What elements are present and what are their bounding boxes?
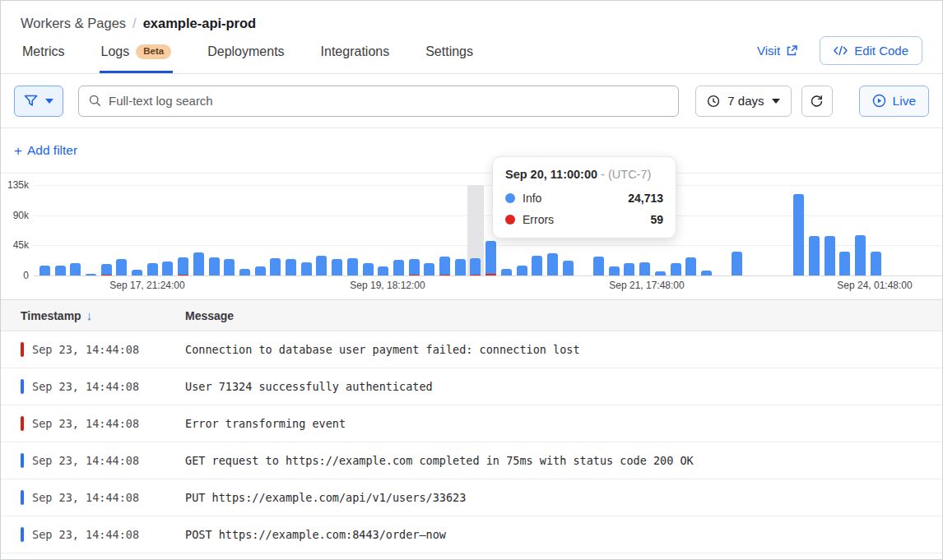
log-volume-bar[interactable]	[178, 257, 188, 275]
info-bar-segment	[655, 271, 666, 275]
log-volume-bar[interactable]	[809, 236, 820, 275]
log-volume-bar[interactable]	[685, 257, 696, 275]
filter-menu-button[interactable]	[14, 86, 63, 117]
sort-descending-icon: ↓	[86, 308, 93, 322]
log-volume-bar[interactable]	[193, 252, 204, 275]
log-volume-bar[interactable]	[301, 262, 312, 275]
log-volume-bar[interactable]	[55, 266, 66, 275]
info-bar-segment	[116, 259, 127, 275]
log-volume-bar[interactable]	[501, 269, 512, 275]
log-table-row[interactable]: Sep 23, 14:44:08GET request to https://e…	[1, 442, 942, 479]
info-bar-segment	[532, 256, 542, 275]
info-bar-segment	[347, 258, 358, 275]
log-volume-bar[interactable]	[70, 263, 81, 275]
log-table-row[interactable]: Sep 23, 14:44:08User 71324 successfully …	[1, 368, 942, 405]
log-volume-bar[interactable]	[224, 259, 235, 275]
breadcrumb-current-project: example-api-prod	[143, 16, 257, 31]
log-volume-bar[interactable]	[209, 257, 220, 275]
info-bar-segment	[825, 236, 835, 275]
log-timestamp-cell: Sep 23, 14:44:08	[1, 379, 185, 394]
log-volume-bar[interactable]	[101, 264, 112, 275]
log-volume-bar[interactable]	[116, 259, 127, 275]
tab-integrations[interactable]: Integrations	[319, 44, 392, 73]
log-volume-bar[interactable]	[332, 259, 342, 275]
log-table-row[interactable]: Sep 23, 14:44:08POST https://example.com…	[1, 516, 942, 553]
error-bar-segment	[439, 275, 450, 275]
log-table-row[interactable]: Sep 23, 14:44:08Connection to database u…	[1, 331, 942, 368]
log-volume-bar[interactable]	[39, 266, 50, 275]
tab-metrics[interactable]: Metrics	[21, 44, 67, 73]
log-volume-bar[interactable]	[363, 263, 374, 275]
log-volume-bar[interactable]	[563, 261, 574, 275]
log-volume-bar[interactable]	[825, 236, 835, 275]
log-table-row[interactable]: Sep 23, 14:44:08PUT https://example.com/…	[1, 479, 942, 516]
info-bar-segment	[193, 252, 204, 275]
log-volume-bar[interactable]	[732, 252, 742, 275]
tab-deployments[interactable]: Deployments	[206, 44, 286, 73]
log-volume-bar[interactable]	[255, 266, 266, 275]
log-volume-bar[interactable]	[455, 259, 466, 275]
log-volume-bar[interactable]	[547, 253, 558, 275]
info-bar-segment	[363, 263, 374, 275]
info-bar-segment	[316, 256, 327, 275]
info-bar-segment	[455, 259, 466, 275]
log-volume-bar[interactable]	[671, 263, 681, 275]
log-message: GET request to https://example.com compl…	[185, 454, 942, 467]
log-volume-bar[interactable]	[439, 257, 450, 275]
log-volume-bar[interactable]	[485, 241, 496, 275]
info-bar-segment	[547, 253, 558, 275]
live-label: Live	[893, 94, 916, 109]
time-range-button[interactable]: 7 days	[695, 86, 791, 117]
log-volume-bar[interactable]	[839, 252, 850, 275]
log-search[interactable]	[78, 86, 679, 117]
tab-actions: Visit Edit Code	[757, 36, 922, 73]
log-table-row[interactable]: Sep 23, 14:44:08Error transforming event	[1, 405, 942, 442]
search-input[interactable]	[109, 94, 668, 108]
log-volume-bar[interactable]	[162, 261, 173, 275]
log-volume-bar[interactable]	[147, 263, 158, 275]
log-volume-bar[interactable]	[639, 262, 650, 275]
message-header-label: Message	[185, 309, 234, 322]
edit-code-button[interactable]: Edit Code	[820, 36, 922, 65]
info-bar-segment	[70, 263, 81, 275]
info-bar-segment	[147, 263, 158, 275]
log-volume-bar[interactable]	[316, 256, 327, 275]
log-volume-bar[interactable]	[409, 259, 420, 275]
live-button[interactable]: Live	[859, 86, 929, 117]
refresh-button[interactable]	[801, 86, 833, 117]
error-bar-segment	[409, 275, 420, 275]
visit-link[interactable]: Visit	[757, 44, 798, 58]
log-volume-bar[interactable]	[470, 258, 481, 275]
log-volume-bar[interactable]	[424, 263, 434, 275]
y-tick-label: 0	[1, 270, 29, 281]
log-volume-bar[interactable]	[793, 194, 804, 275]
log-volume-bar[interactable]	[855, 235, 866, 275]
tab-logs[interactable]: LogsBeta	[100, 44, 174, 73]
info-bar-segment	[563, 261, 574, 275]
breadcrumb-workers-pages[interactable]: Workers & Pages	[21, 16, 126, 31]
tooltip-series-label: Info	[523, 192, 541, 205]
tab-settings[interactable]: Settings	[424, 44, 475, 73]
log-volume-bar[interactable]	[532, 256, 542, 275]
timestamp-column-header[interactable]: Timestamp ↓	[1, 308, 185, 322]
log-volume-bar[interactable]	[517, 266, 527, 275]
log-volume-bar[interactable]	[286, 259, 296, 275]
log-volume-bar[interactable]	[624, 263, 634, 275]
log-volume-bar[interactable]	[871, 252, 881, 275]
log-volume-bar[interactable]	[270, 258, 281, 275]
log-volume-bar[interactable]	[393, 260, 404, 275]
log-volume-bar[interactable]	[609, 266, 620, 275]
log-volume-bar[interactable]	[86, 274, 96, 275]
add-filter-button[interactable]: + Add filter	[14, 143, 77, 158]
log-volume-bar[interactable]	[655, 271, 666, 275]
visit-label: Visit	[757, 44, 780, 58]
log-volume-bar[interactable]	[132, 270, 142, 275]
log-volume-bar[interactable]	[593, 257, 604, 275]
breadcrumb-separator: /	[132, 16, 137, 31]
log-volume-bar[interactable]	[701, 271, 712, 275]
log-volume-bar[interactable]	[378, 266, 388, 275]
log-volume-bar[interactable]	[347, 258, 358, 275]
tooltip-title: Sep 20, 11:00:00 - (UTC-7)	[505, 168, 663, 181]
log-volume-bar[interactable]	[239, 269, 250, 275]
x-tick-label: Sep 19, 18:12:00	[350, 280, 425, 291]
